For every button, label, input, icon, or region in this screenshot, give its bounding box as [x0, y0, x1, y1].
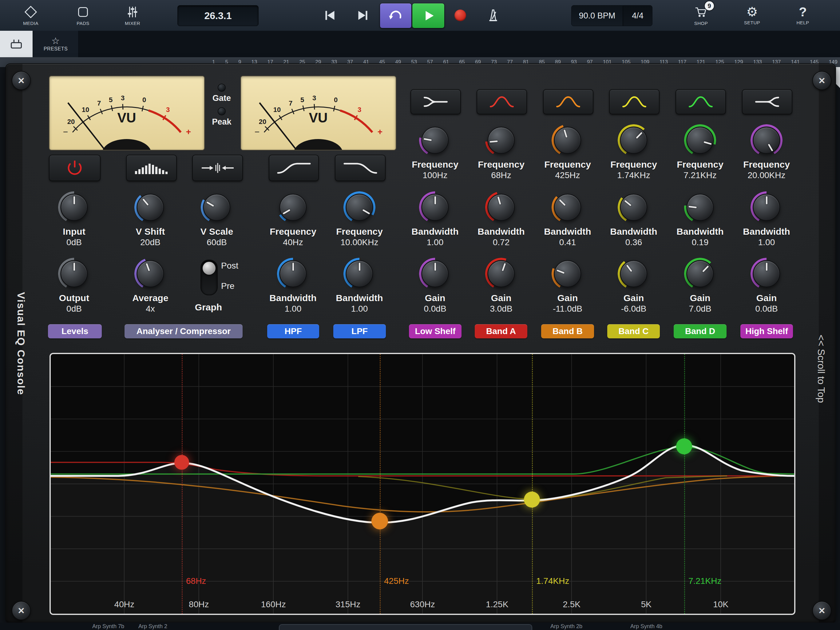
record-button[interactable] [455, 9, 466, 21]
skip-start-button[interactable] [319, 5, 341, 26]
band-c-handle[interactable] [524, 492, 540, 508]
mixer-button[interactable]: MIXER [114, 0, 151, 31]
skip-end-button[interactable] [352, 5, 374, 26]
v-scale-knob[interactable] [201, 192, 233, 223]
band-b-type-button[interactable] [543, 89, 594, 114]
band-a-bandwidth-knob[interactable] [485, 192, 517, 223]
position-display[interactable]: 26.3.1 [177, 5, 259, 26]
low-shelf-frequency-knob[interactable] [419, 124, 451, 156]
band-d-bandwidth-knob[interactable] [684, 192, 716, 223]
graph-toggle-cell: Post Pre Graph [183, 258, 250, 319]
band-a-handle[interactable] [174, 455, 189, 470]
skip-start-icon [322, 8, 338, 23]
band-a-frequency-knob[interactable] [485, 124, 517, 156]
knob-value: 0.72 [468, 237, 534, 247]
input-knob[interactable] [58, 192, 90, 223]
knob-value: 68Hz [468, 171, 534, 180]
lpf-frequency-knob[interactable] [343, 192, 376, 223]
high-shelf-gain-knob[interactable] [750, 258, 783, 290]
band-c-type-button[interactable] [609, 89, 660, 114]
bpm-display[interactable]: 90.0 BPM [571, 5, 623, 26]
band-c-bandwidth-knob[interactable] [618, 192, 650, 223]
svg-text:20: 20 [259, 118, 266, 125]
high-shelf-frequency-knob[interactable] [750, 124, 783, 156]
compressor-icon [199, 161, 236, 175]
post-label: Post [221, 261, 238, 271]
low-shelf-gain-knob[interactable] [419, 258, 451, 290]
pads-button[interactable]: PADS [65, 0, 101, 31]
peak-led [218, 108, 226, 116]
help-label: HELP [796, 20, 809, 25]
graph-post-pre-toggle[interactable] [201, 260, 218, 295]
knob-pointer [702, 266, 709, 272]
help-button[interactable]: ? HELP [784, 0, 821, 31]
eq-power-button[interactable] [49, 155, 101, 181]
play-button[interactable] [412, 3, 445, 28]
knob-label: Frequency [402, 159, 468, 170]
low-shelf-bandwidth-knob[interactable] [419, 192, 451, 223]
band-a-type-button[interactable] [477, 89, 527, 114]
band-c-gain-knob[interactable] [618, 258, 650, 290]
close-button-top-right[interactable]: ✕ [812, 71, 831, 90]
close-button-top-left[interactable]: ✕ [12, 71, 31, 90]
knob-value: 10.00KHz [326, 237, 393, 247]
band-a-gain-knob[interactable] [485, 258, 517, 290]
setup-button[interactable]: ⚙ SETUP [734, 0, 771, 31]
band-b-handle[interactable] [371, 513, 388, 529]
knob-value: 4x [117, 304, 183, 314]
hpf-bandwidth-knob[interactable] [277, 258, 309, 290]
lpf-curve-button[interactable] [335, 155, 385, 181]
band-d-type-button[interactable] [676, 89, 726, 114]
knob-value: 1.00 [402, 237, 468, 247]
band-a-frequency-cell: Frequency 68Hz [468, 124, 534, 180]
eq-graph[interactable]: 68Hz 425Hz 1.74KHz 7.21KHz 40Hz80Hz160Hz… [49, 353, 796, 615]
lpf-bandwidth-knob[interactable] [343, 258, 376, 290]
band-d-frequency-knob[interactable] [684, 124, 716, 156]
media-button[interactable]: MEDIA [12, 0, 49, 31]
high-shelf-bandwidth-knob[interactable] [750, 192, 783, 223]
compressor-button[interactable] [192, 155, 243, 181]
time-signature-display[interactable]: 4/4 [623, 5, 652, 26]
presets-tab[interactable]: ☆ PRESETS [33, 31, 78, 57]
knob-cap [203, 194, 230, 221]
knob-pointer [423, 138, 431, 141]
band-b-frequency-knob[interactable] [552, 124, 584, 156]
low-shelf-type-button[interactable] [411, 89, 461, 114]
hpf-curve-button[interactable] [269, 155, 319, 181]
metronome-button[interactable] [482, 5, 504, 26]
insert-tab[interactable] [0, 31, 33, 57]
bottom-sheet-handle[interactable] [279, 624, 532, 630]
toggle-knob [203, 262, 216, 275]
v-shift-knob[interactable] [134, 192, 166, 223]
output-knob[interactable] [58, 258, 90, 290]
high-shelf-type-button[interactable] [742, 89, 793, 114]
knob-cap [488, 194, 515, 221]
analyser-button[interactable] [126, 155, 177, 181]
svg-text:3: 3 [166, 106, 170, 114]
band-b-bandwidth-knob[interactable] [552, 192, 584, 223]
undo-button[interactable] [380, 3, 412, 28]
knob-label: Frequency [600, 159, 667, 170]
band-c-frequency-knob[interactable] [618, 124, 650, 156]
svg-text:10: 10 [273, 106, 281, 114]
close-button-bottom-right[interactable]: ✕ [812, 601, 831, 620]
close-button-bottom-left[interactable]: ✕ [12, 601, 31, 620]
hpf-frequency-knob[interactable] [277, 192, 309, 223]
knob-label: Frequency [733, 159, 800, 170]
knob-value: 7.0dB [667, 304, 733, 314]
knob-label: Gain [667, 293, 733, 303]
knob-value: 0.41 [534, 237, 601, 247]
average-knob[interactable] [134, 258, 166, 290]
frequency-axis-label: 40Hz [87, 600, 162, 609]
knob-value: 20.00KHz [733, 171, 800, 180]
knob-label: Output [41, 293, 107, 303]
band-b-gain-knob[interactable] [552, 258, 584, 290]
svg-text:VU: VU [117, 110, 136, 125]
knob-cap [422, 127, 448, 154]
knob-pointer [292, 263, 294, 271]
band-d-handle[interactable] [676, 438, 692, 454]
band-d-gain-knob[interactable] [684, 258, 716, 290]
shop-button[interactable]: SHOP 9 [682, 0, 720, 31]
app-root: MEDIA PADS MIXER 26.3.1 [0, 0, 840, 630]
scroll-to-top-button[interactable]: << Scroll to Top [815, 335, 827, 403]
